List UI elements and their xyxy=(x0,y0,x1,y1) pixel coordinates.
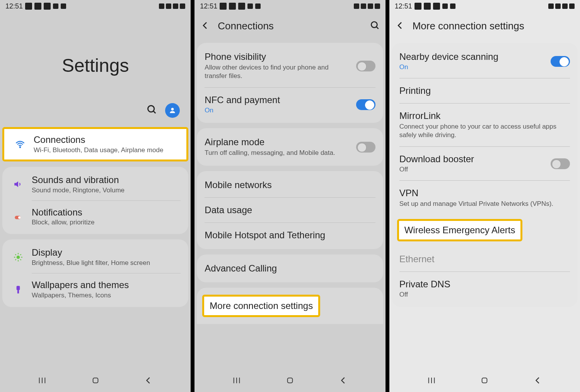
row-download-booster[interactable]: Download booster Off xyxy=(399,147,570,180)
app-icon xyxy=(53,3,58,9)
recents-button[interactable] xyxy=(232,376,241,386)
row-title: Nearby device scanning xyxy=(399,51,547,62)
search-icon[interactable] xyxy=(370,20,380,32)
svg-point-3 xyxy=(20,147,20,148)
flipboard-icon xyxy=(433,3,440,10)
wifi-icon xyxy=(159,3,164,9)
page-header: Connections xyxy=(194,12,385,40)
svg-rect-20 xyxy=(93,378,98,383)
svg-point-21 xyxy=(371,22,377,27)
wifi-icon xyxy=(12,139,28,149)
status-time: 12:51 xyxy=(5,2,23,10)
page-title: Connections xyxy=(218,20,274,32)
row-nfc[interactable]: NFC and payment On xyxy=(205,88,375,121)
status-bar: 12:51 xyxy=(0,0,191,12)
row-ethernet: Ethernet xyxy=(399,247,570,272)
screen-connections: 12:51 Connections Phone visibility Allow… xyxy=(194,0,385,392)
flipboard-icon xyxy=(25,3,32,10)
row-nearby-scanning[interactable]: Nearby device scanning On xyxy=(399,44,570,78)
recents-button[interactable] xyxy=(427,376,436,386)
row-status: Off xyxy=(399,166,547,173)
recents-button[interactable] xyxy=(38,376,46,386)
home-button[interactable] xyxy=(480,376,489,386)
svg-point-2 xyxy=(171,108,174,110)
toggle-airplane[interactable] xyxy=(356,142,375,153)
search-icon[interactable] xyxy=(147,104,157,117)
item-sub: Wallpapers, Themes, Icons xyxy=(32,292,181,299)
settings-item-notifications[interactable]: Notifications Block, allow, prioritize xyxy=(10,201,181,233)
nav-bar xyxy=(0,370,191,392)
flipboard-icon xyxy=(238,3,245,10)
flipboard-icon xyxy=(34,3,41,10)
4g-icon xyxy=(555,3,561,9)
status-time: 12:51 xyxy=(395,2,412,10)
row-title: Wireless Emergency Alerts xyxy=(404,225,515,236)
speaker-icon xyxy=(10,179,26,189)
svg-line-14 xyxy=(20,254,21,255)
row-data-usage[interactable]: Data usage xyxy=(205,198,375,222)
battery-icon xyxy=(180,3,185,9)
signal-icon xyxy=(368,3,373,9)
svg-line-12 xyxy=(20,259,21,260)
toggle-nearby[interactable] xyxy=(551,56,570,67)
row-printing[interactable]: Printing xyxy=(399,78,570,103)
battery-icon xyxy=(569,3,575,9)
wifi-icon xyxy=(548,3,554,9)
settings-item-connections[interactable]: Connections Wi-Fi, Bluetooth, Data usage… xyxy=(2,127,188,161)
row-mirrorlink[interactable]: MirrorLink Connect your phone to your ca… xyxy=(399,104,570,146)
row-mobile-networks[interactable]: Mobile networks xyxy=(205,173,375,197)
back-button[interactable] xyxy=(534,376,542,386)
back-button[interactable] xyxy=(339,376,348,386)
row-wireless-emergency[interactable]: Wireless Emergency Alerts xyxy=(399,215,570,247)
flipboard-icon xyxy=(229,3,236,10)
page-header: More connection settings xyxy=(389,12,580,40)
row-status: On xyxy=(205,107,352,114)
settings-item-display[interactable]: Display Brightness, Blue light filter, H… xyxy=(10,241,181,273)
row-title: Printing xyxy=(399,85,570,96)
home-button[interactable] xyxy=(91,376,100,386)
app-icon xyxy=(255,3,261,9)
back-button[interactable] xyxy=(144,376,153,386)
row-hotspot[interactable]: Mobile Hotspot and Tethering xyxy=(205,223,375,248)
svg-rect-26 xyxy=(288,378,293,383)
notification-icon xyxy=(10,212,26,222)
row-title: Advanced Calling xyxy=(205,263,375,274)
wifi-icon xyxy=(354,3,359,9)
toggle-download-booster[interactable] xyxy=(551,158,570,169)
screen-settings: 12:51 Settings Connect xyxy=(0,0,191,392)
settings-item-wallpapers[interactable]: Wallpapers and themes Wallpapers, Themes… xyxy=(10,273,181,305)
item-title: Sounds and vibration xyxy=(32,175,181,186)
row-more-connection-settings[interactable]: More connection settings xyxy=(205,289,375,322)
settings-item-sounds[interactable]: Sounds and vibration Sound mode, Rington… xyxy=(10,168,181,200)
row-private-dns[interactable]: Private DNS Off xyxy=(399,272,570,305)
app-icon xyxy=(442,3,448,9)
row-vpn[interactable]: VPN Set up and manage Virtual Private Ne… xyxy=(399,181,570,215)
row-title: Airplane mode xyxy=(205,137,352,148)
screen-more-connections: 12:51 More connection settings Nearby de… xyxy=(389,0,580,392)
row-advanced-calling[interactable]: Advanced Calling xyxy=(205,256,375,281)
svg-point-5 xyxy=(18,216,21,219)
profile-avatar[interactable] xyxy=(165,103,180,118)
back-icon[interactable] xyxy=(201,21,210,32)
item-title: Display xyxy=(32,247,181,258)
item-sub: Wi-Fi, Bluetooth, Data usage, Airplane m… xyxy=(34,146,179,154)
toggle-phone-visibility[interactable] xyxy=(356,61,375,71)
home-button[interactable] xyxy=(286,376,294,386)
flipboard-icon xyxy=(220,3,227,10)
row-title: Data usage xyxy=(205,205,375,216)
row-phone-visibility[interactable]: Phone visibility Allow other devices to … xyxy=(205,44,375,87)
row-title: Download booster xyxy=(399,154,547,165)
4g-icon xyxy=(361,3,366,9)
back-icon[interactable] xyxy=(396,21,405,32)
item-title: Notifications xyxy=(32,207,181,218)
row-airplane-mode[interactable]: Airplane mode Turn off calling, messagin… xyxy=(205,130,375,164)
signal-icon xyxy=(173,3,178,9)
row-title: Ethernet xyxy=(399,254,570,265)
status-bar: 12:51 xyxy=(389,0,580,12)
item-title: Wallpapers and themes xyxy=(32,280,181,291)
svg-rect-15 xyxy=(17,286,20,290)
sun-icon xyxy=(10,252,26,262)
row-sub: Allow other devices to find your phone a… xyxy=(205,63,352,80)
row-sub: Set up and manage Virtual Private Networ… xyxy=(399,200,570,208)
toggle-nfc[interactable] xyxy=(356,99,375,110)
